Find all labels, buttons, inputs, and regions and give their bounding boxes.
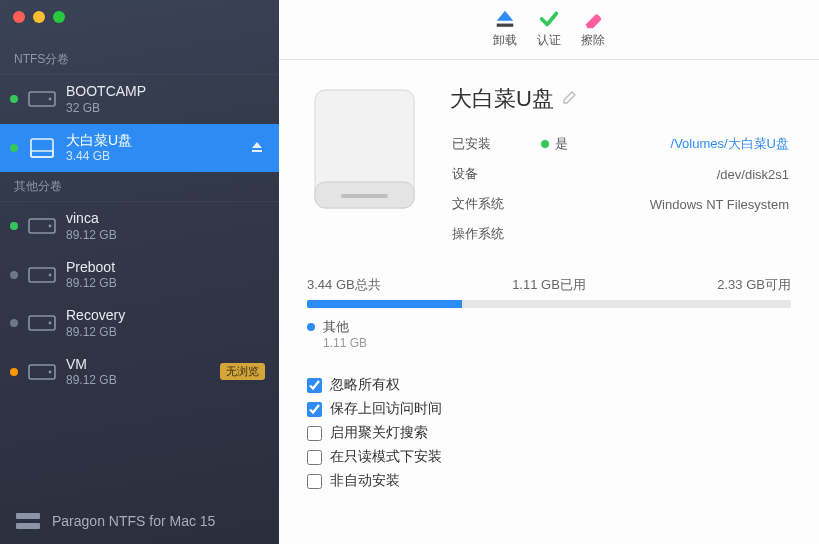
mount-options: 忽略所有权 保存上回访问时间 启用聚关灯搜索 在只读模式下安装 非自动安装 bbox=[307, 376, 791, 490]
checkbox[interactable] bbox=[307, 402, 322, 417]
prop-device: 设备/dev/disk2s1 bbox=[452, 160, 789, 188]
volume-size: 89.12 GB bbox=[66, 325, 265, 340]
sidebar-footer[interactable]: Paragon NTFS for Mac 15 bbox=[0, 498, 279, 544]
content-area: 大白菜U盘 已安装 是 /Volumes/大白菜U盘 设备/dev/disk2s… bbox=[279, 60, 819, 544]
toolbar: 卸载 认证 擦除 bbox=[279, 0, 819, 60]
volume-size: 89.12 GB bbox=[66, 373, 210, 388]
main-panel: 卸载 认证 擦除 bbox=[279, 0, 819, 544]
check-icon bbox=[538, 8, 560, 30]
app-icon bbox=[16, 512, 40, 530]
volume-name: Preboot bbox=[66, 259, 265, 277]
svg-point-1 bbox=[49, 98, 52, 101]
unmount-button[interactable]: 卸载 bbox=[493, 8, 517, 49]
usage-bar-fill bbox=[307, 300, 462, 308]
legend-color bbox=[307, 323, 315, 331]
verify-button[interactable]: 认证 bbox=[537, 8, 561, 49]
checkbox[interactable] bbox=[307, 378, 322, 393]
prop-filesystem: 文件系统Windows NT Filesystem bbox=[452, 190, 789, 218]
erase-button[interactable]: 擦除 bbox=[581, 8, 605, 49]
opt-readonly[interactable]: 在只读模式下安装 bbox=[307, 448, 791, 466]
volume-size: 32 GB bbox=[66, 101, 265, 116]
prop-os: 操作系统 bbox=[452, 220, 789, 248]
eject-icon bbox=[494, 8, 516, 30]
status-dot bbox=[10, 368, 18, 376]
volume-size: 89.12 GB bbox=[66, 276, 265, 291]
legend-value: 1.11 GB bbox=[323, 336, 791, 350]
section-label-ntfs: NTFS分卷 bbox=[0, 45, 279, 75]
app-name: Paragon NTFS for Mac 15 bbox=[52, 513, 215, 529]
drive-icon bbox=[28, 215, 56, 237]
other-volume-list: vinca89.12 GB Preboot89.12 GB Recovery89… bbox=[0, 202, 279, 396]
checkbox[interactable] bbox=[307, 450, 322, 465]
toolbar-label: 擦除 bbox=[581, 32, 605, 49]
volume-properties: 已安装 是 /Volumes/大白菜U盘 设备/dev/disk2s1 文件系统… bbox=[450, 128, 791, 250]
volume-name: Recovery bbox=[66, 307, 265, 325]
volume-name: VM bbox=[66, 356, 210, 374]
svg-rect-14 bbox=[16, 523, 40, 529]
mounted-indicator: 是 bbox=[541, 135, 568, 153]
minimize-button[interactable] bbox=[33, 11, 45, 23]
close-button[interactable] bbox=[13, 11, 25, 23]
svg-point-6 bbox=[49, 225, 52, 228]
volume-name: vinca bbox=[66, 210, 265, 228]
volume-info: 大白菜U盘 已安装 是 /Volumes/大白菜U盘 设备/dev/disk2s… bbox=[450, 84, 791, 250]
volume-item-bootcamp[interactable]: BOOTCAMP 32 GB bbox=[0, 75, 279, 124]
toolbar-label: 卸载 bbox=[493, 32, 517, 49]
zoom-button[interactable] bbox=[53, 11, 65, 23]
status-dot bbox=[10, 319, 18, 327]
window-controls bbox=[0, 0, 279, 45]
usage-section: 3.44 GB总共 1.11 GB已用 2.33 GB可用 其他 1.11 GB bbox=[307, 276, 791, 350]
status-dot bbox=[10, 271, 18, 279]
status-dot bbox=[10, 222, 18, 230]
usage-free: 2.33 GB可用 bbox=[717, 276, 791, 294]
checkbox[interactable] bbox=[307, 474, 322, 489]
usage-legend: 其他 bbox=[307, 318, 791, 336]
status-dot bbox=[10, 95, 18, 103]
volume-name: 大白菜U盘 bbox=[66, 132, 241, 150]
mount-path-link[interactable]: /Volumes/大白菜U盘 bbox=[577, 130, 789, 158]
edit-icon[interactable] bbox=[562, 89, 578, 109]
drive-icon bbox=[28, 264, 56, 286]
volume-item-vm[interactable]: VM89.12 GB 无浏览 bbox=[0, 348, 279, 397]
no-browse-badge: 无浏览 bbox=[220, 363, 265, 380]
volume-name: BOOTCAMP bbox=[66, 83, 265, 101]
svg-point-8 bbox=[49, 273, 52, 276]
app-window: NTFS分卷 BOOTCAMP 32 GB 大白菜U盘 3.4 bbox=[0, 0, 819, 544]
drive-icon bbox=[28, 88, 56, 110]
volume-size: 3.44 GB bbox=[66, 149, 241, 164]
svg-rect-15 bbox=[497, 24, 514, 27]
svg-rect-3 bbox=[31, 151, 53, 157]
opt-noauto[interactable]: 非自动安装 bbox=[307, 472, 791, 490]
opt-ignore-owner[interactable]: 忽略所有权 bbox=[307, 376, 791, 394]
toolbar-label: 认证 bbox=[537, 32, 561, 49]
svg-rect-2 bbox=[31, 139, 53, 157]
volume-title: 大白菜U盘 bbox=[450, 84, 554, 114]
volume-item-usb[interactable]: 大白菜U盘 3.44 GB bbox=[0, 124, 279, 173]
eraser-icon bbox=[582, 8, 604, 30]
svg-point-10 bbox=[49, 322, 52, 325]
usage-total: 3.44 GB总共 bbox=[307, 276, 381, 294]
volume-item-recovery[interactable]: Recovery89.12 GB bbox=[0, 299, 279, 348]
usage-bar bbox=[307, 300, 791, 308]
usage-used: 1.11 GB已用 bbox=[512, 276, 586, 294]
volume-item-preboot[interactable]: Preboot89.12 GB bbox=[0, 251, 279, 300]
checkbox[interactable] bbox=[307, 426, 322, 441]
svg-point-12 bbox=[49, 370, 52, 373]
status-dot bbox=[10, 144, 18, 152]
volume-hero: 大白菜U盘 已安装 是 /Volumes/大白菜U盘 设备/dev/disk2s… bbox=[307, 84, 791, 250]
opt-save-atime[interactable]: 保存上回访问时间 bbox=[307, 400, 791, 418]
drive-illustration bbox=[307, 84, 422, 214]
volume-size: 89.12 GB bbox=[66, 228, 265, 243]
prop-mounted: 已安装 是 /Volumes/大白菜U盘 bbox=[452, 130, 789, 158]
volume-item-vinca[interactable]: vinca89.12 GB bbox=[0, 202, 279, 251]
legend-label: 其他 bbox=[323, 318, 349, 336]
external-drive-icon bbox=[28, 137, 56, 159]
opt-spotlight[interactable]: 启用聚关灯搜索 bbox=[307, 424, 791, 442]
section-label-other: 其他分卷 bbox=[0, 172, 279, 202]
drive-icon bbox=[28, 361, 56, 383]
svg-rect-4 bbox=[252, 150, 262, 152]
ntfs-volume-list: BOOTCAMP 32 GB 大白菜U盘 3.44 GB bbox=[0, 75, 279, 172]
svg-rect-18 bbox=[341, 194, 388, 198]
eject-icon[interactable] bbox=[251, 139, 265, 157]
sidebar: NTFS分卷 BOOTCAMP 32 GB 大白菜U盘 3.4 bbox=[0, 0, 279, 544]
